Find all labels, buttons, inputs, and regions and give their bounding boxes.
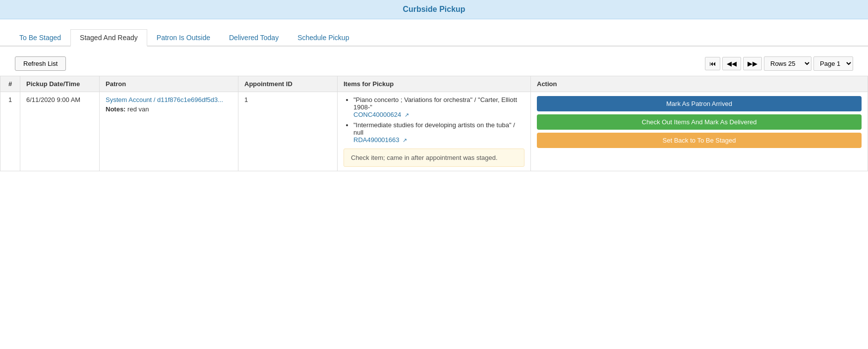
set-back-to-staged-button[interactable]: Set Back to To Be Staged [537,133,862,148]
refresh-button[interactable]: Refresh List [15,56,66,71]
prev-page-button[interactable]: ◀◀ [722,57,741,70]
item-entry: "Piano concerto ; Variations for orchest… [353,96,524,118]
page-header: Curbside Pickup [0,0,868,19]
item-link[interactable]: CONC40000624 [353,111,401,118]
next-page-button[interactable]: ▶▶ [743,57,762,70]
cell-appt-id: 1 [238,92,338,171]
page-select[interactable]: Page 1 Page 2 [813,56,853,71]
toolbar: Refresh List ⏮ ◀◀ ▶▶ Rows 25 Rows 50 Row… [0,47,868,76]
pagination: ⏮ ◀◀ ▶▶ Rows 25 Rows 50 Rows 100 Page 1 … [705,56,853,71]
external-link-icon: ↗ [405,112,409,118]
table-row: 16/11/2020 9:00 AM System Account / d11f… [0,92,868,171]
table-wrapper: # Pickup Date/Time Patron Appointment ID… [0,76,868,171]
item-link[interactable]: RDA490001663 [353,136,400,144]
col-header-patron: Patron [100,76,238,92]
tab-to-be-staged[interactable]: To Be Staged [10,29,70,47]
tabs-container: To Be Staged Staged And Ready Patron Is … [0,19,868,47]
page-title: Curbside Pickup [403,5,465,13]
col-header-appt-id: Appointment ID [238,76,338,92]
cell-num: 1 [0,92,20,171]
main-table: # Pickup Date/Time Patron Appointment ID… [0,76,868,171]
cell-items: "Piano concerto ; Variations for orchest… [338,92,531,171]
items-list: "Piano concerto ; Variations for orchest… [344,96,524,144]
note-box-text: Check item; came in after appointment wa… [351,154,498,161]
note-box: Check item; came in after appointment wa… [344,149,524,167]
checkout-and-deliver-button[interactable]: Check Out Items And Mark As Delivered [537,114,862,130]
item-title: "Intermediate studies for developing art… [353,121,515,136]
external-link-icon: ↗ [403,137,407,144]
col-header-action: Action [531,76,868,92]
tab-staged-and-ready[interactable]: Staged And Ready [70,29,147,47]
cell-actions: Mark As Patron Arrived Check Out Items A… [531,92,868,171]
table-header-row: # Pickup Date/Time Patron Appointment ID… [0,76,868,92]
patron-notes: Notes: red van [106,105,232,113]
patron-link[interactable]: System Account / d11f876c1e696df5d3... [106,96,223,103]
pickup-datetime: 6/11/2020 9:00 AM [26,96,80,103]
tab-schedule-pickup[interactable]: Schedule Pickup [288,29,358,47]
item-title: "Piano concerto ; Variations for orchest… [353,96,517,111]
col-header-num: # [0,76,20,92]
tab-delivered-today[interactable]: Delivered Today [220,29,288,47]
col-header-datetime: Pickup Date/Time [20,76,100,92]
col-header-items: Items for Pickup [338,76,531,92]
item-entry: "Intermediate studies for developing art… [353,121,524,144]
tab-patron-is-outside[interactable]: Patron Is Outside [147,29,220,47]
appointment-id: 1 [244,96,248,103]
first-page-button[interactable]: ⏮ [705,57,720,70]
cell-patron: System Account / d11f876c1e696df5d3... N… [100,92,238,171]
rows-per-page-select[interactable]: Rows 25 Rows 50 Rows 100 [764,56,811,71]
cell-datetime: 6/11/2020 9:00 AM [20,92,100,171]
mark-patron-arrived-button[interactable]: Mark As Patron Arrived [537,96,862,111]
